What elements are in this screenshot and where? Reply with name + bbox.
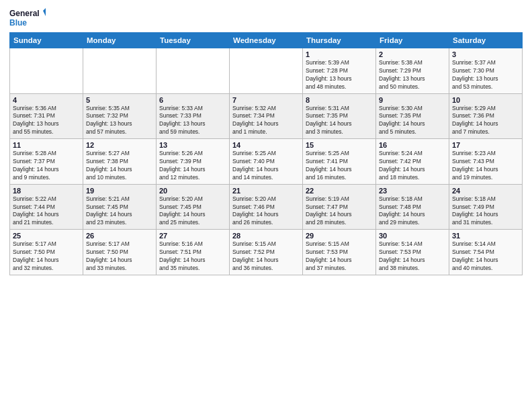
calendar-cell xyxy=(10,48,83,94)
calendar-cell: 21Sunrise: 5:20 AM Sunset: 7:46 PM Dayli… xyxy=(230,184,303,230)
calendar-cell: 9Sunrise: 5:30 AM Sunset: 7:35 PM Daylig… xyxy=(376,93,449,139)
day-info: Sunrise: 5:32 AM Sunset: 7:34 PM Dayligh… xyxy=(232,105,300,137)
day-number: 15 xyxy=(306,141,373,149)
calendar-cell: 7Sunrise: 5:32 AM Sunset: 7:34 PM Daylig… xyxy=(230,93,303,139)
day-info: Sunrise: 5:16 AM Sunset: 7:51 PM Dayligh… xyxy=(159,240,226,273)
calendar-cell: 10Sunrise: 5:29 AM Sunset: 7:36 PM Dayli… xyxy=(449,93,523,139)
calendar-week-row: 18Sunrise: 5:22 AM Sunset: 7:44 PM Dayli… xyxy=(10,184,523,230)
day-number: 22 xyxy=(306,187,373,195)
day-info: Sunrise: 5:18 AM Sunset: 7:49 PM Dayligh… xyxy=(452,195,519,228)
day-number: 9 xyxy=(379,96,446,104)
calendar-cell: 2Sunrise: 5:38 AM Sunset: 7:29 PM Daylig… xyxy=(376,48,449,94)
calendar-cell: 25Sunrise: 5:17 AM Sunset: 7:50 PM Dayli… xyxy=(10,230,83,275)
calendar-header-tuesday: Tuesday xyxy=(157,33,230,48)
day-info: Sunrise: 5:30 AM Sunset: 7:35 PM Dayligh… xyxy=(379,105,446,137)
day-info: Sunrise: 5:27 AM Sunset: 7:38 PM Dayligh… xyxy=(86,150,153,182)
calendar-cell xyxy=(83,48,157,94)
calendar-cell: 12Sunrise: 5:27 AM Sunset: 7:38 PM Dayli… xyxy=(83,139,157,185)
calendar-cell: 11Sunrise: 5:28 AM Sunset: 7:37 PM Dayli… xyxy=(10,139,83,185)
day-number: 25 xyxy=(13,232,80,240)
calendar-cell: 6Sunrise: 5:33 AM Sunset: 7:33 PM Daylig… xyxy=(157,93,230,139)
day-info: Sunrise: 5:36 AM Sunset: 7:31 PM Dayligh… xyxy=(13,105,80,137)
day-number: 4 xyxy=(13,96,80,104)
day-info: Sunrise: 5:31 AM Sunset: 7:35 PM Dayligh… xyxy=(306,105,373,137)
day-number: 1 xyxy=(306,50,373,58)
calendar-cell: 15Sunrise: 5:25 AM Sunset: 7:41 PM Dayli… xyxy=(303,139,376,185)
calendar-cell: 18Sunrise: 5:22 AM Sunset: 7:44 PM Dayli… xyxy=(10,184,83,230)
calendar-cell: 24Sunrise: 5:18 AM Sunset: 7:49 PM Dayli… xyxy=(449,184,523,230)
day-info: Sunrise: 5:15 AM Sunset: 7:52 PM Dayligh… xyxy=(232,240,300,273)
calendar-header-sunday: Sunday xyxy=(10,33,83,48)
day-number: 29 xyxy=(306,232,373,240)
day-number: 24 xyxy=(452,187,519,195)
logo-svg: General Blue xyxy=(9,7,46,28)
day-info: Sunrise: 5:17 AM Sunset: 7:50 PM Dayligh… xyxy=(13,240,80,273)
day-info: Sunrise: 5:25 AM Sunset: 7:40 PM Dayligh… xyxy=(232,150,300,182)
day-info: Sunrise: 5:33 AM Sunset: 7:33 PM Dayligh… xyxy=(159,105,226,137)
calendar-cell: 8Sunrise: 5:31 AM Sunset: 7:35 PM Daylig… xyxy=(303,93,376,139)
day-number: 27 xyxy=(159,232,226,240)
calendar-cell: 3Sunrise: 5:37 AM Sunset: 7:30 PM Daylig… xyxy=(449,48,523,94)
calendar-week-row: 1Sunrise: 5:39 AM Sunset: 7:28 PM Daylig… xyxy=(10,48,523,94)
day-number: 8 xyxy=(306,96,373,104)
calendar-cell: 16Sunrise: 5:24 AM Sunset: 7:42 PM Dayli… xyxy=(376,139,449,185)
logo: General Blue xyxy=(9,7,46,28)
day-number: 28 xyxy=(232,232,300,240)
calendar-header-monday: Monday xyxy=(83,33,157,48)
calendar-table: SundayMondayTuesdayWednesdayThursdayFrid… xyxy=(9,32,523,275)
calendar-header-row: SundayMondayTuesdayWednesdayThursdayFrid… xyxy=(10,33,523,48)
day-number: 30 xyxy=(379,232,446,240)
svg-text:Blue: Blue xyxy=(9,18,27,28)
day-number: 19 xyxy=(86,187,153,195)
calendar-cell: 22Sunrise: 5:19 AM Sunset: 7:47 PM Dayli… xyxy=(303,184,376,230)
day-info: Sunrise: 5:24 AM Sunset: 7:42 PM Dayligh… xyxy=(379,150,446,182)
day-number: 23 xyxy=(379,187,446,195)
day-info: Sunrise: 5:22 AM Sunset: 7:44 PM Dayligh… xyxy=(13,195,80,228)
calendar-header-friday: Friday xyxy=(376,33,449,48)
calendar-cell: 27Sunrise: 5:16 AM Sunset: 7:51 PM Dayli… xyxy=(157,230,230,275)
svg-marker-2 xyxy=(43,8,46,16)
day-number: 11 xyxy=(13,141,80,149)
svg-text:General: General xyxy=(9,9,40,18)
day-info: Sunrise: 5:14 AM Sunset: 7:53 PM Dayligh… xyxy=(379,240,446,273)
day-info: Sunrise: 5:14 AM Sunset: 7:54 PM Dayligh… xyxy=(452,240,519,273)
day-number: 14 xyxy=(232,141,300,149)
calendar-header-wednesday: Wednesday xyxy=(230,33,303,48)
day-number: 2 xyxy=(379,50,446,58)
day-number: 5 xyxy=(86,96,153,104)
day-info: Sunrise: 5:18 AM Sunset: 7:48 PM Dayligh… xyxy=(379,195,446,228)
day-number: 26 xyxy=(86,232,153,240)
day-info: Sunrise: 5:28 AM Sunset: 7:37 PM Dayligh… xyxy=(13,150,80,182)
day-number: 3 xyxy=(452,50,519,58)
day-info: Sunrise: 5:37 AM Sunset: 7:30 PM Dayligh… xyxy=(452,59,519,91)
calendar-cell: 4Sunrise: 5:36 AM Sunset: 7:31 PM Daylig… xyxy=(10,93,83,139)
calendar-cell: 19Sunrise: 5:21 AM Sunset: 7:45 PM Dayli… xyxy=(83,184,157,230)
day-number: 21 xyxy=(232,187,300,195)
day-info: Sunrise: 5:29 AM Sunset: 7:36 PM Dayligh… xyxy=(452,105,519,137)
day-number: 13 xyxy=(159,141,226,149)
calendar-cell xyxy=(230,48,303,94)
calendar-cell: 1Sunrise: 5:39 AM Sunset: 7:28 PM Daylig… xyxy=(303,48,376,94)
day-number: 17 xyxy=(452,141,519,149)
day-info: Sunrise: 5:15 AM Sunset: 7:53 PM Dayligh… xyxy=(306,240,373,273)
calendar-week-row: 25Sunrise: 5:17 AM Sunset: 7:50 PM Dayli… xyxy=(10,230,523,275)
calendar-cell: 17Sunrise: 5:23 AM Sunset: 7:43 PM Dayli… xyxy=(449,139,523,185)
day-info: Sunrise: 5:38 AM Sunset: 7:29 PM Dayligh… xyxy=(379,59,446,91)
page-header: General Blue xyxy=(9,7,523,28)
calendar-cell: 20Sunrise: 5:20 AM Sunset: 7:45 PM Dayli… xyxy=(157,184,230,230)
day-number: 31 xyxy=(452,232,519,240)
calendar-cell: 29Sunrise: 5:15 AM Sunset: 7:53 PM Dayli… xyxy=(303,230,376,275)
calendar-week-row: 11Sunrise: 5:28 AM Sunset: 7:37 PM Dayli… xyxy=(10,139,523,185)
day-number: 6 xyxy=(159,96,226,104)
day-info: Sunrise: 5:17 AM Sunset: 7:50 PM Dayligh… xyxy=(86,240,153,273)
calendar-cell: 14Sunrise: 5:25 AM Sunset: 7:40 PM Dayli… xyxy=(230,139,303,185)
day-number: 10 xyxy=(452,96,519,104)
calendar-cell: 13Sunrise: 5:26 AM Sunset: 7:39 PM Dayli… xyxy=(157,139,230,185)
day-number: 7 xyxy=(232,96,300,104)
day-number: 16 xyxy=(379,141,446,149)
day-info: Sunrise: 5:35 AM Sunset: 7:32 PM Dayligh… xyxy=(86,105,153,137)
day-info: Sunrise: 5:23 AM Sunset: 7:43 PM Dayligh… xyxy=(452,150,519,182)
day-info: Sunrise: 5:20 AM Sunset: 7:45 PM Dayligh… xyxy=(159,195,226,228)
calendar-cell: 30Sunrise: 5:14 AM Sunset: 7:53 PM Dayli… xyxy=(376,230,449,275)
day-number: 20 xyxy=(159,187,226,195)
